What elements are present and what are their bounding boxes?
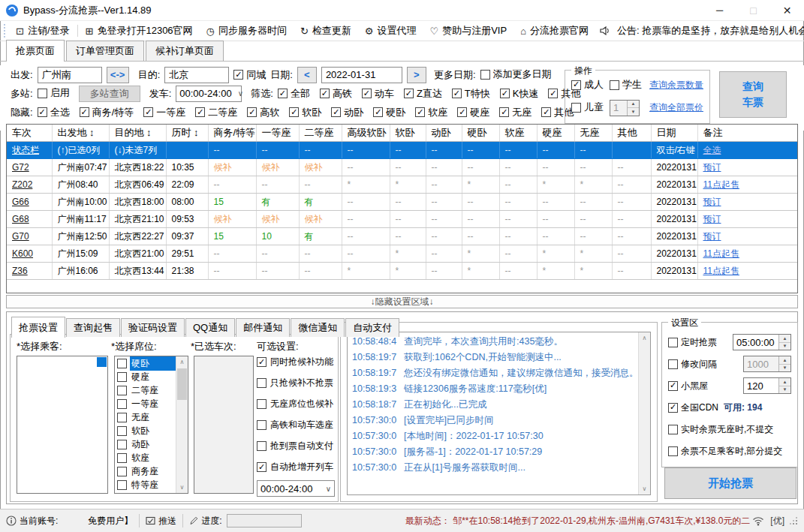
seat-option-3[interactable]: 一等座 (115, 397, 176, 410)
minimize-button[interactable] (703, 0, 736, 20)
train-link[interactable]: G70 (12, 231, 29, 242)
seat-option-6[interactable]: 动卧 (115, 437, 176, 451)
seat-hide-filter-6[interactable]: 动卧 (331, 106, 363, 119)
train-type-filter-3[interactable]: Z直达 (404, 87, 442, 101)
column-header-5[interactable]: 一等座 (256, 125, 299, 142)
seat-list-scrollbar[interactable]: ∧ ∨ (176, 356, 188, 493)
grab-option-0[interactable]: 同时抢候补功能 (257, 356, 336, 368)
seat-option-5[interactable]: 软卧 (115, 424, 176, 437)
setting-checkbox-3[interactable]: 全国CDN (668, 401, 718, 414)
setting-checkbox-5[interactable]: 余票不足乘客时,部分提交 (668, 445, 782, 458)
column-header-6[interactable]: 二等座 (299, 125, 342, 142)
passenger-selected-cell[interactable] (97, 357, 107, 367)
train-link[interactable]: Z202 (12, 179, 32, 190)
date-next-button[interactable]: > (407, 67, 426, 83)
seat-option-2[interactable]: 二等座 (115, 383, 176, 397)
column-header-2[interactable]: 目的地 ↕ (109, 125, 166, 142)
adult-checkbox[interactable]: 成人 (571, 78, 604, 92)
date-prev-button[interactable]: < (297, 67, 317, 83)
settings-tab-5[interactable]: 微信通知 (291, 318, 345, 337)
seat-option-9[interactable]: 特等座 (115, 478, 176, 491)
train-row-G70[interactable]: G70广州南12:50北京西22:2709:371510有-----------… (7, 228, 797, 245)
toolbar-item-logout-login[interactable]: ⊡注销/登录 (9, 24, 77, 38)
scroll-up-icon[interactable]: ∧ (639, 335, 650, 341)
seat-option-7[interactable]: 软座 (115, 451, 176, 464)
scrollbar-thumb[interactable] (177, 368, 187, 400)
column-header-16[interactable]: 备注 (697, 125, 797, 142)
start-grab-button[interactable]: 开始抢票 (664, 467, 796, 499)
seat-option-0[interactable]: 硬卧 (115, 356, 176, 370)
output-scrollbar[interactable]: ∧ ∨ (638, 332, 650, 494)
note-link[interactable]: 11点起售 (703, 179, 739, 190)
main-tab-0[interactable]: 抢票页面 (6, 40, 65, 62)
column-header-3[interactable]: 历时 ↕ (166, 125, 208, 142)
hide-settings-divider[interactable]: ↓隐藏设置区域↓ (6, 295, 798, 308)
column-header-4[interactable]: 商务/特等 (208, 125, 256, 142)
seat-list[interactable]: 硬卧硬座二等座一等座无座软卧动卧软座商务座特等座 ∧ ∨ (114, 356, 188, 494)
note-link[interactable]: 预订 (703, 214, 721, 224)
train-link[interactable]: G72 (12, 162, 29, 173)
depart-time-dropdown[interactable]: 00:00-24:00 ∨ (176, 86, 242, 102)
seat-hide-filter-3[interactable]: 二等座 (195, 106, 237, 119)
toolbar-item-sync-server-time[interactable]: ◷同步服务器时间 (200, 24, 294, 38)
column-header-0[interactable]: 车次 (7, 125, 52, 142)
toolbar-item-check-update[interactable]: ↻检查更新 (294, 24, 358, 38)
child-checkbox[interactable]: 儿童 (571, 101, 604, 114)
toolbar-grip[interactable] (4, 24, 5, 38)
seat-hide-filter-1[interactable]: 商务/特等 (80, 106, 134, 119)
column-header-12[interactable]: 硬座 (537, 125, 574, 142)
grab-option-1[interactable]: 只抢候补不抢票 (257, 377, 336, 389)
seat-option-4[interactable]: 无座 (115, 410, 176, 424)
same-city-checkbox[interactable]: 同城 (233, 68, 266, 82)
multi-station-enable-checkbox[interactable]: 启用 (38, 86, 70, 100)
settings-tab-0[interactable]: 抢票设置 (11, 317, 65, 338)
seat-option-8[interactable]: 商务座 (115, 464, 176, 478)
toolbar-item-open-12306[interactable]: ⊞免登录打开12306官网 (79, 24, 200, 38)
scroll-down-icon[interactable]: ∨ (639, 485, 650, 492)
add-more-dates-checkbox[interactable]: 添加更多日期 (480, 68, 552, 81)
spinner-down-icon[interactable]: ▼ (779, 365, 790, 372)
column-header-1[interactable]: 出发地 ↕ (52, 125, 109, 142)
column-header-7[interactable]: 高级软卧 (342, 125, 390, 142)
note-link[interactable]: 11点起售 (703, 248, 739, 259)
selected-trains-list[interactable] (194, 356, 254, 494)
close-button[interactable] (770, 0, 804, 20)
table-status-row[interactable]: 状态栏(↑)已选0列(↓)未选7列--------------------双击/… (7, 142, 797, 159)
column-header-9[interactable]: 动卧 (426, 125, 462, 142)
train-row-G72[interactable]: G72广州南07:47北京西18:2210:35候补候补候补----------… (7, 159, 797, 176)
toolbar-item-official-site[interactable]: ⌂分流抢票官网 (513, 24, 595, 38)
seat-hide-filter-0[interactable]: 全选 (38, 106, 70, 119)
train-type-filter-4[interactable]: T特快 (452, 87, 490, 101)
train-type-filter-1[interactable]: 高铁 (320, 87, 352, 101)
grab-time-range-dropdown[interactable]: 00:00-24:00 ∨ (257, 480, 335, 497)
setting-spinner-2[interactable]: 120▲▼ (743, 377, 791, 394)
train-link[interactable]: G68 (12, 214, 29, 224)
date-input[interactable]: 2022-01-31 (321, 67, 402, 83)
select-all-link[interactable]: 全选 (703, 145, 721, 155)
setting-checkbox-2[interactable]: 小黑屋 (668, 380, 708, 392)
settings-tab-1[interactable]: 查询起售 (66, 318, 120, 337)
settings-tab-4[interactable]: 邮件通知 (236, 318, 290, 337)
column-header-10[interactable]: 硬卧 (462, 125, 499, 142)
note-link[interactable]: 11点起售 (703, 266, 739, 276)
push-label[interactable]: 推送 (158, 515, 176, 527)
settings-tab-3[interactable]: QQ通知 (185, 318, 235, 337)
spinner-down-icon[interactable]: ▼ (779, 386, 790, 394)
seat-hide-filter-8[interactable]: 软座 (415, 106, 447, 119)
spinner-up-icon[interactable]: ▲ (779, 335, 790, 343)
setting-spinner-0[interactable]: 05:00:00▲▼ (733, 334, 791, 350)
resize-grip[interactable] (789, 516, 798, 525)
train-type-filter-5[interactable]: K快速 (500, 87, 539, 101)
grab-option-3[interactable]: 高铁和动车选座 (257, 419, 336, 431)
setting-spinner-1[interactable]: 1000▲▼ (743, 356, 791, 372)
grab-option-2[interactable]: 无座席位也候补 (257, 398, 336, 410)
destination-input[interactable]: 北京 (164, 67, 229, 83)
seat-hide-filter-10[interactable]: 无座 (499, 106, 531, 119)
setting-checkbox-0[interactable]: 定时抢票 (668, 336, 717, 349)
toolbar-item-sponsor-vip[interactable]: ♡赞助与注册VIP (423, 24, 514, 38)
passenger-list[interactable] (17, 356, 108, 494)
column-header-13[interactable]: 无座 (574, 125, 612, 142)
setting-checkbox-1[interactable]: 修改间隔 (668, 358, 717, 371)
train-row-K600[interactable]: K600广州15:09北京西21:0029:51--------*--*--**… (7, 245, 797, 263)
spinner-up-icon[interactable]: ▲ (628, 101, 639, 109)
